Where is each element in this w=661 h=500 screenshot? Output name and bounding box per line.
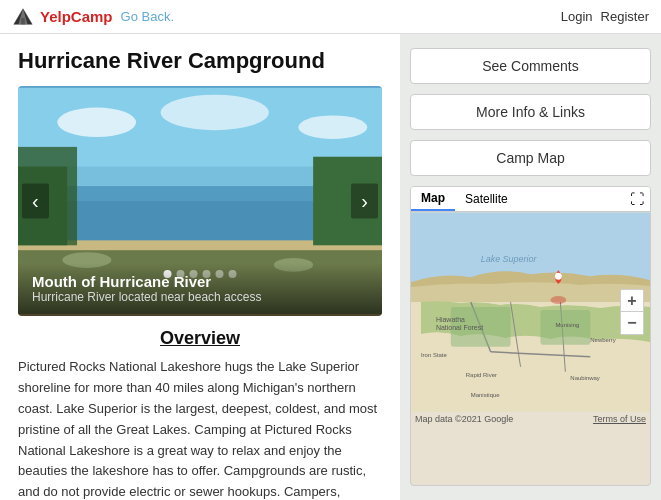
campground-title: Hurricane River Campground: [18, 48, 382, 74]
map-zoom-in-button[interactable]: +: [621, 290, 643, 312]
auth-links: Login Register: [561, 9, 649, 24]
svg-text:Munising: Munising: [555, 322, 579, 328]
go-back-link[interactable]: Go Back.: [121, 9, 174, 24]
logo-text: YelpCamp: [40, 8, 113, 25]
map-terms-label[interactable]: Terms of Use: [593, 414, 646, 424]
map-tabs: Map Satellite ⛶: [411, 187, 650, 212]
svg-text:Hiawatha: Hiawatha: [436, 316, 465, 323]
map-fullscreen-button[interactable]: ⛶: [624, 187, 650, 211]
svg-point-7: [298, 116, 367, 140]
svg-text:Rapid River: Rapid River: [466, 372, 497, 378]
svg-text:Manistique: Manistique: [471, 392, 501, 398]
map-tab-map[interactable]: Map: [411, 187, 455, 211]
svg-text:National Forest: National Forest: [436, 324, 483, 331]
map-tab-satellite[interactable]: Satellite: [455, 187, 518, 211]
carousel-next-button[interactable]: ›: [351, 184, 378, 219]
tent-icon: [12, 6, 34, 28]
main-content: Hurricane River Campground: [0, 34, 661, 500]
map-data-label: Map data ©2021 Google: [415, 414, 513, 424]
overview-title: Overview: [18, 328, 382, 349]
map-footer: Map data ©2021 Google Terms of Use: [411, 412, 650, 426]
map-zoom-controls: + −: [620, 289, 644, 335]
slide-title: Mouth of Hurricane River: [32, 273, 368, 290]
see-comments-button[interactable]: See Comments: [410, 48, 651, 84]
map-zoom-out-button[interactable]: −: [621, 312, 643, 334]
image-carousel: ‹ › Mouth of Hurricane River Hurricane R…: [18, 86, 382, 316]
header: YelpCamp Go Back. Login Register: [0, 0, 661, 34]
svg-text:Lake Superior: Lake Superior: [481, 254, 538, 264]
slide-subtitle: Hurricane River located near beach acces…: [32, 290, 368, 304]
logo: YelpCamp: [12, 6, 113, 28]
svg-text:Naubinway: Naubinway: [570, 375, 600, 381]
carousel-prev-button[interactable]: ‹: [22, 184, 49, 219]
camp-map-button[interactable]: Camp Map: [410, 140, 651, 176]
map-area[interactable]: Hiawatha National Forest Munising Iron S…: [411, 212, 650, 412]
svg-point-26: [555, 273, 562, 280]
register-link[interactable]: Register: [601, 9, 649, 24]
carousel-overlay: Mouth of Hurricane River Hurricane River…: [18, 263, 382, 316]
svg-point-6: [161, 95, 269, 130]
overview-text: Pictured Rocks National Lakeshore hugs t…: [18, 357, 382, 500]
map-container: Map Satellite ⛶: [410, 186, 651, 486]
svg-point-5: [57, 108, 136, 138]
left-panel: Hurricane River Campground: [0, 34, 400, 500]
more-info-button[interactable]: More Info & Links: [410, 94, 651, 130]
map-svg: Hiawatha National Forest Munising Iron S…: [411, 212, 650, 412]
svg-point-25: [550, 296, 566, 304]
right-panel: See Comments More Info & Links Camp Map …: [400, 34, 661, 500]
svg-text:Iron State: Iron State: [421, 352, 448, 358]
login-link[interactable]: Login: [561, 9, 593, 24]
svg-rect-2: [21, 17, 25, 23]
svg-text:Newberry: Newberry: [590, 337, 616, 343]
